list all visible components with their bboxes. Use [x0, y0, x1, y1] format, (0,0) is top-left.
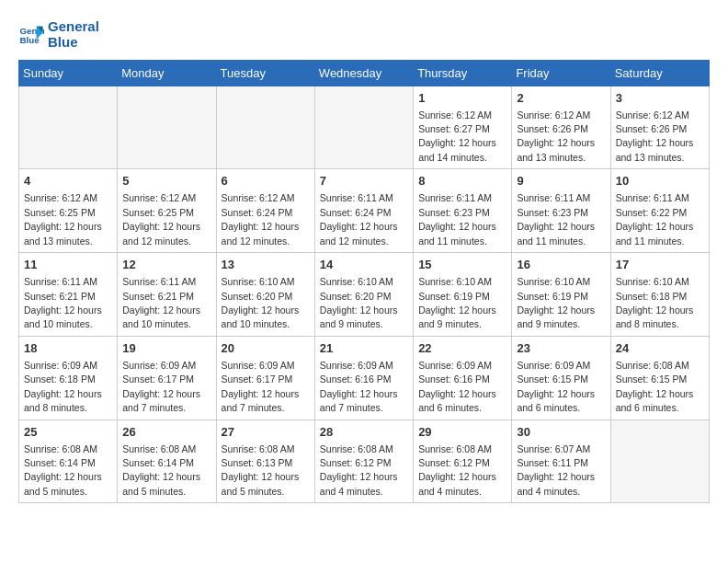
day-info: Sunrise: 6:09 AMSunset: 6:17 PMDaylight:… — [122, 360, 200, 413]
calendar-day-cell: 7 Sunrise: 6:11 AMSunset: 6:24 PMDayligh… — [314, 169, 413, 253]
calendar-day-cell: 17 Sunrise: 6:10 AMSunset: 6:18 PMDaylig… — [610, 253, 709, 337]
calendar-day-cell — [19, 86, 118, 169]
calendar-week-row: 11 Sunrise: 6:11 AMSunset: 6:21 PMDaylig… — [19, 253, 710, 337]
day-number: 28 — [320, 424, 408, 441]
day-info: Sunrise: 6:12 AMSunset: 6:26 PMDaylight:… — [517, 109, 595, 163]
calendar-day-cell: 15 Sunrise: 6:10 AMSunset: 6:19 PMDaylig… — [414, 253, 512, 337]
calendar-day-cell: 10 Sunrise: 6:11 AMSunset: 6:22 PMDaylig… — [610, 169, 709, 253]
day-number: 6 — [222, 173, 310, 190]
day-info: Sunrise: 6:08 AMSunset: 6:12 PMDaylight:… — [418, 443, 496, 497]
calendar-day-cell: 12 Sunrise: 6:11 AMSunset: 6:21 PMDaylig… — [118, 253, 216, 337]
logo-text: GeneralBlue — [48, 18, 99, 51]
calendar-day-cell: 26 Sunrise: 6:08 AMSunset: 6:14 PMDaylig… — [118, 419, 216, 503]
day-info: Sunrise: 6:11 AMSunset: 6:22 PMDaylight:… — [616, 192, 694, 246]
day-header-tuesday: Tuesday — [216, 60, 314, 86]
day-number: 17 — [616, 257, 704, 273]
day-number: 23 — [517, 340, 605, 357]
calendar-day-cell: 5 Sunrise: 6:12 AMSunset: 6:25 PMDayligh… — [118, 169, 216, 253]
day-info: Sunrise: 6:10 AMSunset: 6:18 PMDaylight:… — [616, 276, 694, 329]
calendar-day-cell — [610, 419, 709, 503]
day-number: 30 — [517, 424, 605, 441]
day-header-monday: Monday — [118, 60, 216, 86]
calendar-day-cell — [118, 86, 216, 169]
day-number: 20 — [222, 340, 310, 357]
calendar-day-cell: 20 Sunrise: 6:09 AMSunset: 6:17 PMDaylig… — [216, 336, 314, 419]
day-header-thursday: Thursday — [414, 60, 512, 86]
day-number: 26 — [122, 424, 210, 441]
day-info: Sunrise: 6:08 AMSunset: 6:13 PMDaylight:… — [222, 443, 300, 497]
calendar-week-row: 1 Sunrise: 6:12 AMSunset: 6:27 PMDayligh… — [19, 86, 710, 169]
calendar-week-row: 18 Sunrise: 6:09 AMSunset: 6:18 PMDaylig… — [19, 336, 710, 419]
calendar-day-cell: 28 Sunrise: 6:08 AMSunset: 6:12 PMDaylig… — [314, 419, 413, 503]
day-info: Sunrise: 6:09 AMSunset: 6:16 PMDaylight:… — [320, 360, 398, 413]
day-number: 5 — [122, 173, 210, 190]
day-info: Sunrise: 6:11 AMSunset: 6:21 PMDaylight:… — [122, 276, 200, 329]
day-info: Sunrise: 6:07 AMSunset: 6:11 PMDaylight:… — [517, 443, 595, 497]
day-number: 19 — [122, 340, 210, 357]
calendar-day-cell: 9 Sunrise: 6:11 AMSunset: 6:23 PMDayligh… — [512, 169, 610, 253]
day-info: Sunrise: 6:12 AMSunset: 6:25 PMDaylight:… — [122, 192, 200, 246]
day-info: Sunrise: 6:09 AMSunset: 6:18 PMDaylight:… — [24, 360, 102, 413]
calendar-day-cell: 11 Sunrise: 6:11 AMSunset: 6:21 PMDaylig… — [19, 253, 118, 337]
day-number: 18 — [24, 340, 112, 357]
day-info: Sunrise: 6:12 AMSunset: 6:24 PMDaylight:… — [222, 192, 300, 246]
day-number: 10 — [616, 173, 704, 190]
day-info: Sunrise: 6:09 AMSunset: 6:15 PMDaylight:… — [517, 360, 595, 413]
day-number: 29 — [418, 424, 506, 441]
day-number: 13 — [222, 257, 310, 273]
calendar-day-cell: 25 Sunrise: 6:08 AMSunset: 6:14 PMDaylig… — [19, 419, 118, 503]
calendar-week-row: 25 Sunrise: 6:08 AMSunset: 6:14 PMDaylig… — [19, 419, 710, 503]
day-number: 22 — [418, 340, 506, 357]
calendar-day-cell — [216, 86, 314, 169]
calendar-day-cell: 27 Sunrise: 6:08 AMSunset: 6:13 PMDaylig… — [216, 419, 314, 503]
day-info: Sunrise: 6:10 AMSunset: 6:19 PMDaylight:… — [517, 276, 595, 329]
calendar-day-cell: 13 Sunrise: 6:10 AMSunset: 6:20 PMDaylig… — [216, 253, 314, 337]
day-number: 25 — [24, 424, 112, 441]
day-header-wednesday: Wednesday — [314, 60, 413, 86]
calendar-day-cell: 18 Sunrise: 6:09 AMSunset: 6:18 PMDaylig… — [19, 336, 118, 419]
day-number: 24 — [616, 340, 704, 357]
day-header-friday: Friday — [512, 60, 610, 86]
calendar-day-cell: 3 Sunrise: 6:12 AMSunset: 6:26 PMDayligh… — [610, 86, 709, 169]
day-info: Sunrise: 6:11 AMSunset: 6:24 PMDaylight:… — [320, 192, 398, 246]
calendar-day-cell: 22 Sunrise: 6:09 AMSunset: 6:16 PMDaylig… — [414, 336, 512, 419]
day-number: 7 — [320, 173, 408, 190]
logo: General Blue GeneralBlue — [18, 18, 99, 51]
calendar-day-cell — [314, 86, 413, 169]
day-header-saturday: Saturday — [610, 60, 709, 86]
day-info: Sunrise: 6:10 AMSunset: 6:20 PMDaylight:… — [222, 276, 300, 329]
day-number: 21 — [320, 340, 408, 357]
day-number: 1 — [418, 90, 506, 107]
calendar-day-cell: 6 Sunrise: 6:12 AMSunset: 6:24 PMDayligh… — [216, 169, 314, 253]
calendar-header-row: SundayMondayTuesdayWednesdayThursdayFrid… — [19, 60, 710, 86]
calendar-day-cell: 23 Sunrise: 6:09 AMSunset: 6:15 PMDaylig… — [512, 336, 610, 419]
day-header-sunday: Sunday — [19, 60, 118, 86]
calendar-day-cell: 14 Sunrise: 6:10 AMSunset: 6:20 PMDaylig… — [314, 253, 413, 337]
calendar-day-cell: 21 Sunrise: 6:09 AMSunset: 6:16 PMDaylig… — [314, 336, 413, 419]
day-info: Sunrise: 6:11 AMSunset: 6:23 PMDaylight:… — [517, 192, 595, 246]
day-info: Sunrise: 6:10 AMSunset: 6:20 PMDaylight:… — [320, 276, 398, 329]
logo-icon: General Blue — [18, 21, 44, 47]
calendar-day-cell: 19 Sunrise: 6:09 AMSunset: 6:17 PMDaylig… — [118, 336, 216, 419]
day-number: 11 — [24, 257, 112, 273]
day-info: Sunrise: 6:09 AMSunset: 6:17 PMDaylight:… — [222, 360, 300, 413]
day-number: 12 — [122, 257, 210, 273]
day-info: Sunrise: 6:09 AMSunset: 6:16 PMDaylight:… — [418, 360, 496, 413]
day-info: Sunrise: 6:12 AMSunset: 6:26 PMDaylight:… — [616, 109, 694, 163]
day-number: 3 — [616, 90, 704, 107]
day-number: 15 — [418, 257, 506, 273]
calendar-day-cell: 1 Sunrise: 6:12 AMSunset: 6:27 PMDayligh… — [414, 86, 512, 169]
page-header: General Blue GeneralBlue — [18, 18, 710, 51]
calendar-day-cell: 2 Sunrise: 6:12 AMSunset: 6:26 PMDayligh… — [512, 86, 610, 169]
calendar-day-cell: 29 Sunrise: 6:08 AMSunset: 6:12 PMDaylig… — [414, 419, 512, 503]
day-number: 2 — [517, 90, 605, 107]
calendar-week-row: 4 Sunrise: 6:12 AMSunset: 6:25 PMDayligh… — [19, 169, 710, 253]
calendar-day-cell: 8 Sunrise: 6:11 AMSunset: 6:23 PMDayligh… — [414, 169, 512, 253]
day-number: 14 — [320, 257, 408, 273]
day-info: Sunrise: 6:12 AMSunset: 6:25 PMDaylight:… — [24, 192, 102, 246]
day-info: Sunrise: 6:11 AMSunset: 6:21 PMDaylight:… — [24, 276, 102, 329]
day-info: Sunrise: 6:08 AMSunset: 6:14 PMDaylight:… — [122, 443, 200, 497]
day-number: 4 — [24, 173, 112, 190]
calendar-day-cell: 16 Sunrise: 6:10 AMSunset: 6:19 PMDaylig… — [512, 253, 610, 337]
day-info: Sunrise: 6:10 AMSunset: 6:19 PMDaylight:… — [418, 276, 496, 329]
